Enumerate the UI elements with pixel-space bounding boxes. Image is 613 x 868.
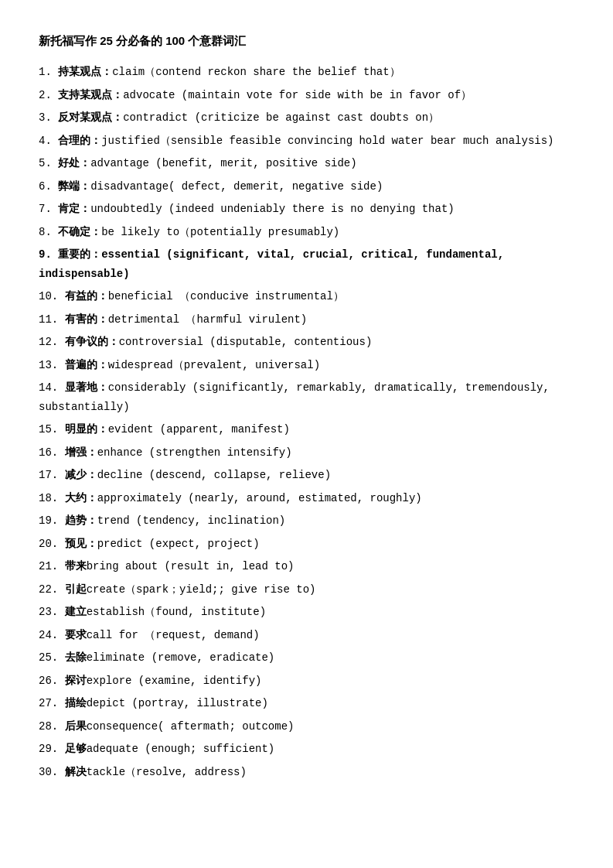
list-item: 17. 减少：decline (descend, collapse, relie…	[39, 465, 574, 485]
item-chinese: 重要的：	[58, 248, 101, 260]
item-chinese: 反对某观点：	[58, 111, 123, 123]
list-item: 5. 好处：advantage (benefit, merit, positiv…	[39, 153, 574, 173]
item-chinese: 增强：	[65, 446, 97, 458]
item-english: essential (significant, vital, crucial, …	[39, 248, 504, 280]
item-chinese: 解决	[65, 765, 87, 777]
item-english: depict (portray, illustrate)	[87, 697, 268, 709]
list-item: 27. 描绘depict (portray, illustrate)	[39, 693, 574, 713]
item-english: evident (apparent, manifest)	[108, 423, 290, 436]
item-number: 25.	[39, 651, 58, 664]
item-chinese: 趋势：	[65, 514, 97, 526]
item-chinese: 建立	[65, 605, 87, 617]
item-number: 14.	[39, 381, 58, 394]
list-item: 10. 有益的：beneficial （conducive instrument…	[39, 286, 574, 306]
item-english: undoubtedly (indeed undeniably there is …	[90, 203, 454, 215]
item-chinese: 后果	[65, 719, 87, 732]
list-item: 15. 明显的：evident (apparent, manifest)	[39, 419, 574, 439]
list-item: 19. 趋势：trend (tendency, inclination)	[39, 511, 574, 531]
item-chinese: 显著地：	[65, 381, 108, 393]
list-item: 25. 去除eliminate (remove, eradicate)	[39, 648, 574, 668]
item-number: 4.	[39, 135, 52, 147]
item-english: consequence( aftermath; outcome)	[87, 720, 295, 733]
item-number: 28.	[39, 720, 58, 733]
item-english: be likely to（potentially presumably)	[101, 226, 339, 238]
item-english: approximately (nearly, around, estimated…	[97, 492, 422, 504]
item-english: widespread（prevalent, universal)	[108, 359, 320, 371]
item-number: 19.	[39, 514, 58, 527]
item-english: create（spark；yield;; give rise to)	[87, 583, 316, 596]
item-chinese: 大约：	[65, 491, 97, 504]
list-item: 1. 持某观点：claim（contend reckon share the b…	[39, 62, 574, 82]
item-chinese: 有益的：	[65, 289, 108, 302]
item-english: eliminate (remove, eradicate)	[87, 651, 275, 664]
item-chinese: 支持某观点：	[58, 88, 123, 101]
item-chinese: 去除	[65, 651, 87, 663]
list-item: 22. 引起create（spark；yield;; give rise to)	[39, 579, 574, 600]
item-number: 1.	[39, 66, 52, 78]
item-chinese: 肯定：	[58, 202, 90, 214]
list-item: 11. 有害的：detrimental （harmful virulent)	[39, 309, 574, 330]
list-item: 18. 大约：approximately (nearly, around, es…	[39, 488, 574, 508]
item-chinese: 明显的：	[65, 422, 108, 435]
item-number: 23.	[39, 606, 58, 618]
list-item: 14. 显著地：considerably (significantly, rem…	[39, 378, 574, 416]
item-english: beneficial （conducive instrumental）	[108, 290, 344, 302]
item-chinese: 引起	[65, 583, 87, 595]
item-number: 18.	[39, 492, 58, 504]
list-item: 23. 建立establish（found, institute)	[39, 602, 574, 622]
item-chinese: 要求	[65, 628, 87, 641]
item-chinese: 有害的：	[65, 313, 108, 325]
list-item: 3. 反对某观点：contradict (criticize be agains…	[39, 108, 574, 128]
item-chinese: 不确定：	[58, 225, 101, 238]
item-chinese: 探讨	[65, 674, 87, 686]
item-english: establish（found, institute)	[87, 606, 266, 618]
item-english: controversial (disputable, contentious)	[119, 336, 373, 348]
item-chinese: 有争议的：	[65, 335, 119, 347]
page-title: 新托福写作 25 分必备的 100 个意群词汇	[39, 31, 574, 51]
item-chinese: 带来	[65, 559, 87, 572]
list-item: 12. 有争议的：controversial (disputable, cont…	[39, 332, 574, 352]
item-english: call for （request, demand)	[87, 629, 260, 641]
item-number: 6.	[39, 180, 52, 193]
list-item: 21. 带来bring about (result in, lead to)	[39, 556, 574, 576]
list-item: 4. 合理的：justified（sensible feasible convi…	[39, 131, 574, 151]
list-item: 28. 后果consequence( aftermath; outcome)	[39, 716, 574, 736]
item-english: disadvantage( defect, demerit, negative …	[90, 180, 383, 193]
item-number: 15.	[39, 423, 58, 436]
item-english: contradict (criticize be against cast do…	[123, 111, 439, 124]
item-number: 7.	[39, 203, 52, 215]
list-item: 26. 探讨explore (examine, identify)	[39, 671, 574, 691]
item-english: considerably (significantly, remarkably,…	[39, 381, 550, 413]
item-number: 10.	[39, 290, 58, 302]
item-english: detrimental （harmful virulent)	[108, 313, 308, 326]
item-chinese: 描绘	[65, 696, 87, 709]
list-item: 29. 足够adequate (enough; sufficient)	[39, 739, 574, 759]
item-chinese: 持某观点：	[58, 65, 112, 77]
item-english: bring about (result in, lead to)	[87, 560, 295, 572]
item-chinese: 预见：	[65, 537, 97, 549]
item-number: 8.	[39, 226, 52, 238]
list-item: 8. 不确定：be likely to（potentially presumab…	[39, 222, 574, 242]
item-english: explore (examine, identify)	[87, 675, 262, 687]
item-number: 26.	[39, 675, 58, 687]
item-number: 3.	[39, 111, 52, 124]
item-number: 13.	[39, 359, 58, 371]
list-item: 24. 要求call for （request, demand)	[39, 625, 574, 645]
item-number: 20.	[39, 538, 58, 550]
list-item: 7. 肯定：undoubtedly (indeed undeniably the…	[39, 199, 574, 219]
item-number: 2.	[39, 89, 52, 101]
item-number: 24.	[39, 629, 58, 641]
item-chinese: 足够	[65, 742, 87, 754]
item-english: advocate (maintain vote for side with be…	[123, 89, 472, 101]
item-english: adequate (enough; sufficient)	[87, 743, 275, 755]
list-item: 2. 支持某观点：advocate (maintain vote for sid…	[39, 85, 574, 105]
vocabulary-list: 1. 持某观点：claim（contend reckon share the b…	[39, 62, 574, 781]
list-item: 16. 增强：enhance (strengthen intensify)	[39, 443, 574, 463]
item-number: 30.	[39, 766, 58, 778]
item-chinese: 合理的：	[58, 134, 101, 146]
item-number: 21.	[39, 560, 58, 572]
item-english: justified（sensible feasible convincing h…	[101, 135, 553, 147]
item-number: 9.	[39, 248, 52, 261]
item-number: 29.	[39, 743, 58, 755]
item-number: 17.	[39, 469, 58, 481]
